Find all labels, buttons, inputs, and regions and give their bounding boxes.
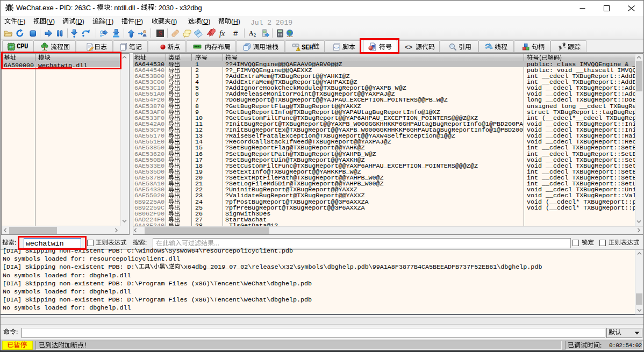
svg-text:<>: <> [405, 44, 412, 51]
svg-text:#: # [233, 28, 238, 38]
svg-text:2: 2 [254, 33, 256, 38]
svg-text:A: A [249, 30, 254, 37]
svg-text:S: S [159, 30, 162, 37]
svg-text:32: 32 [9, 45, 13, 49]
svg-text:<>: <> [334, 46, 338, 50]
svg-text:fx: fx [219, 30, 225, 38]
